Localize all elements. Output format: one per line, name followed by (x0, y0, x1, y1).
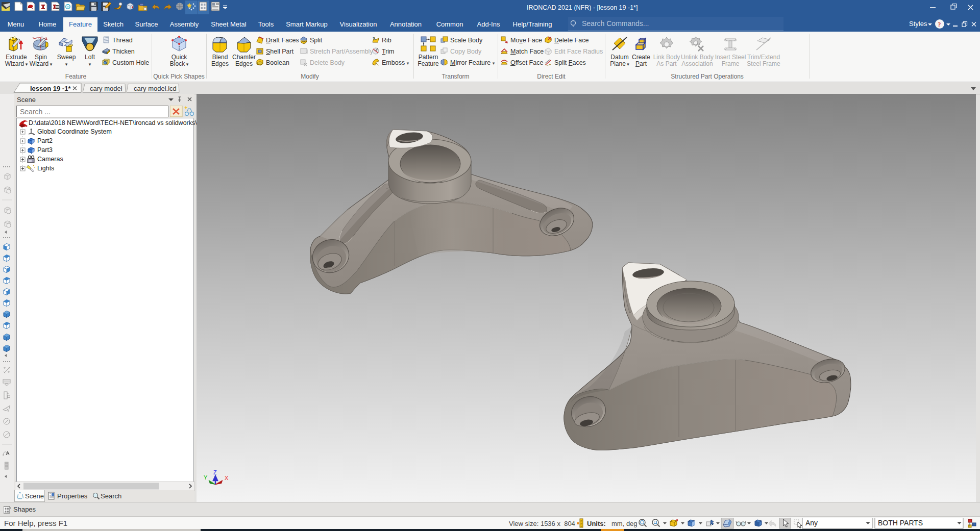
svg-text:cary model: cary model (90, 85, 122, 92)
svg-text:BOTH PARTS: BOTH PARTS (878, 519, 923, 527)
svg-text:lesson 19 -1*: lesson 19 -1* (30, 85, 71, 92)
svg-text:?: ? (938, 20, 941, 28)
svg-text:X: X (225, 475, 229, 481)
svg-text:Search Commands...: Search Commands... (582, 19, 649, 28)
svg-text:cary model.icd: cary model.icd (134, 85, 177, 92)
svg-text:Any: Any (805, 519, 818, 527)
svg-text:Z: Z (213, 469, 217, 475)
svg-text:Y: Y (204, 474, 208, 481)
